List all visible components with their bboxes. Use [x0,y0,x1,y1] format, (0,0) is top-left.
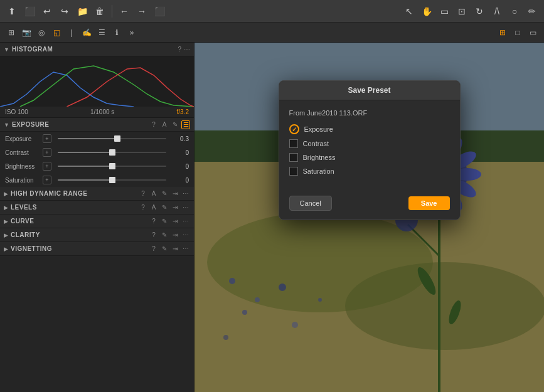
levels-copy2[interactable]: ⇥ [171,203,179,212]
brightness-plus-btn[interactable]: + [43,162,51,171]
levels-section-header[interactable]: ▶ LEVELS ? A ✎ ⇥ ⋯ [0,201,194,215]
back-icon[interactable]: ← [117,4,131,18]
curve-toggle: ▶ [4,218,8,225]
compare-view-icon[interactable]: ▭ [526,26,539,39]
histogram-menu[interactable]: ⋯ [184,46,190,53]
folder-icon[interactable]: 📁 [75,4,89,18]
histogram-toggle: ▼ [4,46,9,53]
hdr-title: HIGH DYNAMIC RANGE [11,190,139,197]
saturation-checkbox-row: Saturation [289,167,450,176]
hdr-copy[interactable]: ✎ [160,189,169,198]
circle-icon[interactable]: ○ [508,4,521,18]
copy-icon[interactable]: ⬛ [152,4,166,18]
vignetting-copy2[interactable]: ⇥ [171,245,179,253]
clarity-toggle: ▶ [4,232,8,238]
exposure-plus-btn[interactable]: + [43,134,51,143]
exposure-checkbox[interactable] [289,124,299,134]
select-icon[interactable]: ↖ [402,4,416,18]
crop-icon[interactable]: ⊡ [455,4,469,18]
dialog-filename: From June2010 113.ORF [289,109,450,117]
pen-icon[interactable]: ✏ [525,4,539,18]
curve-help[interactable]: ? [149,217,158,226]
vignetting-menu[interactable]: ⋯ [181,245,190,253]
export-icon[interactable]: ⬆ [5,4,19,18]
hand-icon[interactable]: ✋ [420,4,434,18]
contrast-value: 0 [170,149,189,156]
levels-auto[interactable]: A [149,203,158,212]
undo2-icon[interactable]: ↩ [40,4,54,18]
tool-7[interactable]: ☰ [95,26,108,39]
exposure-toggle: ▼ [4,122,9,128]
vignetting-title: VIGNETTING [11,245,149,252]
hdr-section-header[interactable]: ▶ HIGH DYNAMIC RANGE ? A ✎ ⇥ ⋯ [0,187,194,201]
levels-menu[interactable]: ⋯ [181,203,190,212]
histogram-header[interactable]: ▼ HISTOGRAM ? ⋯ [0,43,194,56]
vignetting-toggle: ▶ [4,246,8,252]
single-view-icon[interactable]: □ [511,26,524,39]
tool-more[interactable]: » [125,26,138,39]
save-button[interactable]: Save [408,196,450,210]
tool-1[interactable]: ⊞ [5,26,18,39]
clarity-copy2[interactable]: ⇥ [171,231,179,240]
tool-8[interactable]: ℹ [110,26,123,39]
tool-2[interactable]: 📷 [20,26,33,39]
clarity-help[interactable]: ? [149,231,158,240]
saturation-slider-row: Saturation + 0 [0,173,194,187]
redo-icon[interactable]: ↪ [58,4,72,18]
contrast-track[interactable] [58,152,166,153]
clarity-menu[interactable]: ⋯ [181,231,190,240]
exposure-copy[interactable]: ✎ [171,120,179,129]
tool-5[interactable]: | [65,26,78,39]
histogram-actions: ? ⋯ [178,46,190,53]
tool-3[interactable]: ◎ [35,26,48,39]
contrast-plus-btn[interactable]: + [43,148,51,157]
hdr-help[interactable]: ? [139,189,147,198]
exposure-slider-row: Exposure + 0.3 [0,132,194,146]
iso-value: ISO 100 [5,109,28,115]
tool-4[interactable]: ◱ [50,26,63,39]
brightness-checkbox[interactable] [289,153,298,162]
shutter-value: 1/1000 s [90,109,114,115]
contrast-checkbox[interactable] [289,139,298,148]
exposure-menu[interactable]: ☰ [181,120,190,129]
exposure-help[interactable]: ? [149,120,158,129]
rotate-icon[interactable]: ↻ [472,4,486,18]
wave-icon[interactable]: /\ [490,4,504,18]
levels-actions: ? A ✎ ⇥ ⋯ [139,203,190,212]
aperture-value: f/3.2 [177,109,189,115]
curve-actions: ? ✎ ⇥ ⋯ [149,217,190,226]
curve-copy2[interactable]: ⇥ [171,217,179,226]
cancel-button[interactable]: Cancel [289,196,332,211]
delete-icon[interactable]: 🗑 [93,4,107,18]
tool-6[interactable]: ✍ [80,26,93,39]
curve-section-header[interactable]: ▶ CURVE ? ✎ ⇥ ⋯ [0,215,194,228]
exposure-auto[interactable]: A [160,120,169,129]
hdr-copy2[interactable]: ⇥ [171,189,179,198]
camera-icon[interactable]: ⬛ [23,4,36,18]
saturation-plus-btn[interactable]: + [43,176,51,184]
clarity-section-header[interactable]: ▶ CLARITY ? ✎ ⇥ ⋯ [0,228,194,242]
clarity-actions: ? ✎ ⇥ ⋯ [149,231,190,240]
levels-copy[interactable]: ✎ [160,203,169,212]
dialog-body: From June2010 113.ORF Exposure Contrast [279,100,460,189]
vignetting-help[interactable]: ? [149,245,158,253]
vignetting-section-header[interactable]: ▶ VIGNETTING ? ✎ ⇥ ⋯ [0,242,194,256]
vignetting-copy[interactable]: ✎ [160,245,169,253]
curve-copy[interactable]: ✎ [160,217,169,226]
saturation-checkbox[interactable] [289,167,298,176]
rect-icon[interactable]: ▭ [437,4,451,18]
histogram-help[interactable]: ? [178,46,181,53]
curve-menu[interactable]: ⋯ [181,217,190,226]
exposure-track[interactable] [58,138,166,139]
levels-help[interactable]: ? [139,203,147,212]
exposure-header[interactable]: ▼ EXPOSURE ? A ✎ ☰ [0,118,194,132]
clarity-copy[interactable]: ✎ [160,231,169,240]
grid-view-icon[interactable]: ⊞ [496,26,509,39]
hdr-auto[interactable]: A [149,189,158,198]
hdr-menu[interactable]: ⋯ [181,189,190,198]
right-panel: Save Preset From June2010 113.ORF Exposu… [195,43,544,392]
saturation-track[interactable] [58,179,166,181]
forward-icon2[interactable]: → [135,4,149,18]
brightness-checkbox-row: Brightness [289,153,450,162]
brightness-track[interactable] [58,166,166,167]
